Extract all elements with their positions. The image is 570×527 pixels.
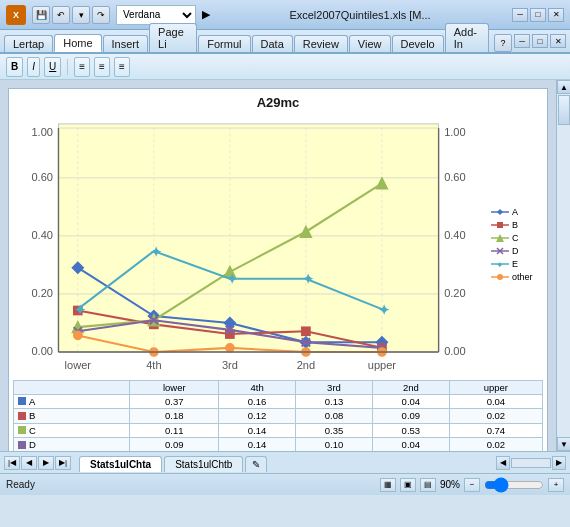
legend-b: B [491,220,543,230]
scroll-thumb[interactable] [558,95,570,125]
svg-text:0.40: 0.40 [31,229,53,241]
svg-text:0.00: 0.00 [444,345,466,357]
svg-marker-65 [497,209,503,215]
svg-text:upper: upper [368,359,397,371]
scroll-track[interactable] [557,94,570,437]
zoom-in[interactable]: + [548,478,564,492]
ribbon-minimize[interactable]: ─ [514,34,530,48]
font-selector[interactable]: Verdana [116,5,196,25]
scroll-right-button[interactable]: ▶ [552,456,566,470]
data-cell: 0.53 [372,423,449,438]
data-cell: 0.11 [130,423,219,438]
col-2nd: 2nd [372,380,449,394]
sheet-nav-next[interactable]: ▶ [38,456,54,470]
svg-text:lower: lower [65,359,92,371]
horizontal-scrollbar[interactable]: ◀ ▶ [496,456,566,470]
tab-view[interactable]: View [349,35,391,52]
scroll-up-button[interactable]: ▲ [557,80,570,94]
legend-other: other [491,272,543,282]
scroll-left-button[interactable]: ◀ [496,456,510,470]
close-button[interactable]: ✕ [548,8,564,22]
tab-formulas[interactable]: Formul [198,35,250,52]
tab-home[interactable]: Home [54,34,101,52]
align-center[interactable]: ≡ [94,57,110,77]
tab-developer[interactable]: Develo [392,35,444,52]
col-series [14,380,130,394]
minimize-button[interactable]: ─ [512,8,528,22]
save-button[interactable]: 💾 [32,6,50,24]
legend-e: ✦ E [491,259,543,269]
data-cell: 0.02 [449,438,542,451]
undo-dropdown[interactable]: ▾ [72,6,90,24]
chart-and-legend: 0.00 0.20 0.40 0.60 1.00 0.00 0.20 0.40 … [9,112,547,378]
redo-button[interactable]: ↷ [92,6,110,24]
bold-button[interactable]: B [6,57,23,77]
data-cell: 0.14 [219,438,296,451]
tab-lertap[interactable]: Lertap [4,35,53,52]
svg-text:✦: ✦ [302,271,314,287]
tab-pagelayout[interactable]: Page Li [149,23,197,52]
h-scroll-track[interactable] [511,458,551,468]
status-bar: Ready ▦ ▣ ▤ 90% − + [0,473,570,495]
view-normal[interactable]: ▦ [380,478,396,492]
svg-text:0.20: 0.20 [444,287,466,299]
data-cell: 0.04 [449,394,542,409]
sheet-nav[interactable]: |◀ ◀ ▶ ▶| [0,456,75,470]
maximize-button[interactable]: □ [530,8,546,22]
zoom-slider[interactable] [484,480,544,490]
svg-text:✦: ✦ [74,302,86,318]
align-right[interactable]: ≡ [114,57,130,77]
data-cell: 0.10 [296,438,373,451]
svg-text:0.60: 0.60 [444,171,466,183]
tab-data[interactable]: Data [252,35,293,52]
underline-button[interactable]: U [44,57,61,77]
data-table: lower 4th 3rd 2nd upper A0.370.160.130.0… [13,380,543,451]
data-cell: 0.04 [372,394,449,409]
svg-text:3rd: 3rd [222,359,238,371]
ribbon-close[interactable]: ✕ [550,34,566,48]
sheet-nav-prev[interactable]: ◀ [21,456,37,470]
sheet-tab-stats1ulchtb[interactable]: Stats1ulChtb [164,456,243,472]
col-lower: lower [130,380,219,394]
scroll-down-button[interactable]: ▼ [557,437,570,451]
toolbar-separator [67,59,68,75]
toolbar-controls-left[interactable]: 💾 ↶ ▾ ↷ [32,6,110,24]
sheet-nav-last[interactable]: ▶| [55,456,71,470]
sheet-tab-stats1ulchta[interactable]: Stats1ulChta [79,456,162,472]
tab-review[interactable]: Review [294,35,348,52]
sheet-tab-add[interactable]: ✎ [245,456,267,472]
data-cell: 0.02 [449,409,542,424]
zoom-level: 90% [440,479,460,490]
data-cell: 0.37 [130,394,219,409]
table-row: C0.110.140.350.530.74 [14,423,543,438]
ribbon-restore[interactable]: □ [532,34,548,48]
series-cell: D [14,438,130,451]
ribbon-extras[interactable]: ? ─ □ ✕ [494,34,566,52]
data-cell: 0.12 [219,409,296,424]
series-cell: A [14,394,130,409]
svg-text:0.60: 0.60 [31,171,53,183]
undo-button[interactable]: ↶ [52,6,70,24]
view-pagebreak[interactable]: ▤ [420,478,436,492]
ribbon-tabs: Lertap Home Insert Page Li Formul Data R… [0,30,570,52]
chart-title: A29mc [9,89,547,112]
content-area: A29mc 0.00 0.20 0.40 0.60 1.00 0.00 [0,80,556,451]
tab-addins[interactable]: Add-In [445,23,489,52]
italic-button[interactable]: I [27,57,40,77]
svg-text:0.40: 0.40 [444,229,466,241]
data-cell: 0.14 [219,423,296,438]
table-row: D0.090.140.100.040.02 [14,438,543,451]
status-text: Ready [6,479,372,490]
align-left[interactable]: ≡ [74,57,90,77]
data-cell: 0.08 [296,409,373,424]
svg-point-76 [497,274,503,280]
window-controls[interactable]: ─ □ ✕ [512,8,564,22]
help-button[interactable]: ? [494,34,512,52]
view-layout[interactable]: ▣ [400,478,416,492]
vertical-scrollbar[interactable]: ▲ ▼ [556,80,570,451]
tab-insert[interactable]: Insert [103,35,149,52]
svg-text:4th: 4th [146,359,161,371]
sheet-nav-first[interactable]: |◀ [4,456,20,470]
svg-text:✦: ✦ [496,260,504,269]
zoom-out[interactable]: − [464,478,480,492]
